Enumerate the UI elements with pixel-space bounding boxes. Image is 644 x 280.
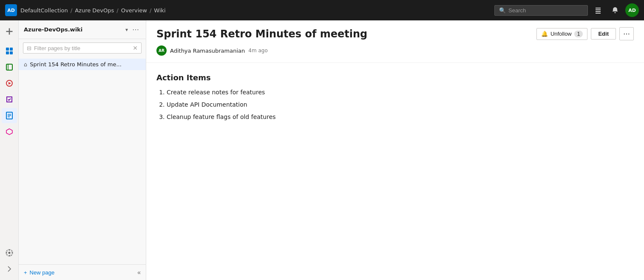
breadcrumb-default-collection[interactable]: DefaultCollection bbox=[20, 7, 68, 14]
nav-wiki[interactable] bbox=[2, 108, 17, 123]
sidebar-header: Azure-DevOps.wiki ▾ ⋯ bbox=[19, 20, 146, 39]
svg-rect-5 bbox=[6, 31, 12, 32]
header-actions: 🔔 Unfollow 1 Edit ⋯ bbox=[536, 27, 634, 40]
list-view-icon[interactable] bbox=[591, 3, 605, 17]
svg-rect-6 bbox=[6, 48, 9, 51]
breadcrumb-sep-1: / bbox=[71, 7, 72, 14]
breadcrumb-azure-devops[interactable]: Azure DevOps bbox=[75, 7, 114, 14]
content-header: Sprint 154 Retro Minutes of meeting 🔔 Un… bbox=[146, 20, 644, 44]
sidebar-tree: ⌂ Sprint 154 Retro Minutes of me... bbox=[19, 57, 146, 264]
svg-marker-13 bbox=[9, 82, 11, 85]
tree-item-label: Sprint 154 Retro Minutes of me... bbox=[30, 61, 122, 68]
filter-icon: ⊟ bbox=[27, 45, 31, 51]
action-item-2: Update API Documentation bbox=[167, 100, 634, 109]
filter-clear-icon[interactable]: ✕ bbox=[133, 45, 138, 51]
nav-item-4[interactable] bbox=[2, 92, 17, 107]
action-item-1: Create release notes for features bbox=[167, 88, 634, 97]
content-body: Action Items Create release notes for fe… bbox=[146, 63, 644, 135]
page-title: Sprint 154 Retro Minutes of meeting bbox=[156, 28, 531, 40]
svg-rect-8 bbox=[6, 51, 9, 54]
topbar: AD DefaultCollection / Azure DevOps / Ov… bbox=[0, 0, 644, 20]
new-page-plus-icon: + bbox=[24, 269, 27, 276]
sidebar-filter: ⊟ ✕ bbox=[23, 42, 142, 54]
wiki-name-chevron[interactable]: ▾ bbox=[125, 27, 128, 33]
new-page-label: New page bbox=[30, 269, 55, 276]
unfollow-bell-icon: 🔔 bbox=[541, 31, 548, 37]
svg-rect-0 bbox=[596, 8, 601, 8]
author-avatar: AR bbox=[156, 45, 167, 56]
svg-point-18 bbox=[8, 252, 10, 254]
main-layout: Azure-DevOps.wiki ▾ ⋯ ⊟ ✕ ⌂ Sprint 154 R… bbox=[0, 20, 644, 280]
wiki-kebab-menu[interactable]: ⋯ bbox=[131, 25, 141, 34]
svg-rect-3 bbox=[596, 13, 601, 14]
svg-rect-1 bbox=[596, 9, 601, 10]
icon-nav-bottom bbox=[2, 245, 17, 280]
svg-rect-2 bbox=[596, 11, 601, 12]
nav-add[interactable] bbox=[2, 24, 17, 39]
user-avatar[interactable]: AD bbox=[625, 3, 639, 17]
sidebar: Azure-DevOps.wiki ▾ ⋯ ⊟ ✕ ⌂ Sprint 154 R… bbox=[19, 20, 146, 280]
breadcrumb-overview[interactable]: Overview bbox=[121, 7, 147, 14]
edit-button[interactable]: Edit bbox=[591, 28, 616, 40]
svg-rect-9 bbox=[10, 51, 13, 54]
action-items-list: Create release notes for features Update… bbox=[156, 88, 634, 122]
tree-item-sprint[interactable]: ⌂ Sprint 154 Retro Minutes of me... bbox=[19, 59, 146, 70]
content-area: Sprint 154 Retro Minutes of meeting 🔔 Un… bbox=[146, 20, 644, 280]
search-box[interactable]: 🔍 bbox=[494, 5, 588, 16]
action-item-3: Cleanup feature flags of old features bbox=[167, 113, 634, 122]
breadcrumb: DefaultCollection / Azure DevOps / Overv… bbox=[20, 7, 491, 14]
edit-time: 4m ago bbox=[248, 48, 267, 54]
collapse-sidebar-button[interactable]: « bbox=[137, 269, 141, 276]
filter-input[interactable] bbox=[34, 45, 130, 51]
more-actions-button[interactable]: ⋯ bbox=[619, 27, 634, 40]
content-meta: AR Adithya Ramasubramanian 4m ago bbox=[146, 44, 644, 63]
icon-nav bbox=[0, 20, 19, 280]
topbar-right: 🔍 AD bbox=[494, 3, 639, 17]
notification-icon[interactable] bbox=[608, 3, 622, 17]
svg-rect-10 bbox=[6, 64, 12, 70]
new-page-button[interactable]: + New page bbox=[24, 269, 54, 276]
search-icon: 🔍 bbox=[499, 7, 506, 14]
svg-rect-7 bbox=[10, 48, 13, 51]
section-heading: Action Items bbox=[156, 73, 634, 82]
home-icon: ⌂ bbox=[24, 61, 27, 68]
nav-item-2[interactable] bbox=[2, 59, 17, 75]
breadcrumb-sep-3: / bbox=[150, 7, 151, 14]
search-input[interactable] bbox=[508, 7, 583, 14]
nav-collapse[interactable] bbox=[2, 261, 17, 277]
breadcrumb-wiki[interactable]: Wiki bbox=[154, 7, 165, 14]
app-logo[interactable]: AD bbox=[5, 4, 17, 16]
breadcrumb-sep-2: / bbox=[116, 7, 118, 14]
sidebar-footer: + New page « bbox=[19, 264, 146, 280]
unfollow-button[interactable]: 🔔 Unfollow 1 bbox=[536, 28, 588, 40]
wiki-name-label: Azure-DevOps.wiki bbox=[24, 26, 123, 33]
nav-item-3[interactable] bbox=[2, 76, 17, 91]
nav-settings[interactable] bbox=[2, 245, 17, 260]
nav-item-6[interactable] bbox=[2, 124, 17, 139]
unfollow-label: Unfollow bbox=[550, 31, 572, 37]
follow-count-badge: 1 bbox=[574, 31, 583, 37]
author-name: Adithya Ramasubramanian bbox=[170, 48, 245, 54]
nav-boards[interactable] bbox=[2, 43, 17, 59]
